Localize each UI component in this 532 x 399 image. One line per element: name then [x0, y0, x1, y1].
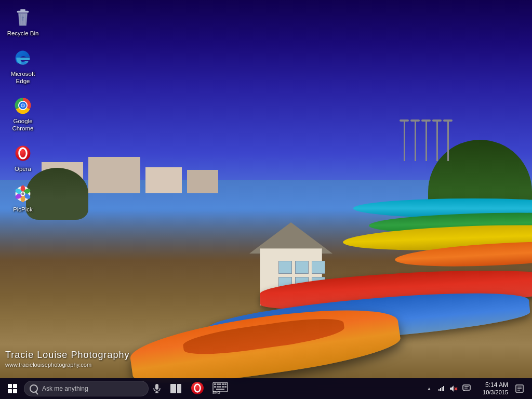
edge-graphic	[12, 48, 33, 69]
clock[interactable]: 5:14 AM 10/3/2015	[475, 381, 511, 396]
opera-icon[interactable]: Opera	[4, 141, 42, 175]
recycle-bin-graphic	[12, 7, 33, 28]
system-tray: ▲	[425, 380, 530, 397]
svg-rect-21	[155, 384, 158, 390]
desktop-icons: Recycle Bin Microsoft Ed	[4, 5, 42, 216]
clock-time: 5:14 AM	[485, 381, 508, 389]
notification-icon	[515, 384, 524, 393]
svg-rect-31	[224, 383, 227, 385]
task-view-button[interactable]	[166, 380, 185, 397]
svg-rect-34	[219, 386, 221, 388]
search-bar[interactable]: Ask me anything	[24, 381, 149, 396]
svg-rect-40	[440, 388, 441, 391]
network-tray-icon[interactable]	[436, 384, 447, 393]
watermark-url: www.tracielouisephotography.com	[5, 362, 129, 368]
svg-rect-36	[224, 386, 227, 388]
picpick-label: PicPick	[13, 206, 33, 214]
svg-point-20	[21, 192, 24, 195]
search-icon	[30, 384, 38, 393]
svg-point-5	[21, 61, 26, 64]
street-lights	[404, 119, 449, 161]
picpick-icon[interactable]: PicPick	[4, 181, 42, 216]
taskbar: Ask me anything	[0, 378, 532, 399]
svg-rect-32	[214, 386, 216, 388]
tray-icons-group	[434, 384, 474, 393]
svg-rect-28	[217, 383, 219, 385]
svg-rect-41	[442, 387, 443, 391]
chrome-graphic	[12, 95, 33, 116]
edge-label: Microsoft Edge	[6, 71, 39, 85]
clock-date: 10/3/2015	[483, 389, 508, 396]
keyboard-icon: ENG	[212, 382, 228, 394]
chrome-label: Google Chrome	[6, 118, 39, 132]
recycle-bin-icon[interactable]: Recycle Bin	[4, 5, 42, 39]
microsoft-edge-icon[interactable]: Microsoft Edge	[4, 46, 42, 87]
kayaks	[94, 213, 532, 379]
svg-rect-45	[463, 385, 470, 390]
recycle-bin-label: Recycle Bin	[7, 30, 39, 37]
svg-point-9	[21, 104, 24, 107]
svg-rect-35	[222, 386, 224, 388]
taskbar-opera-icon	[190, 381, 205, 395]
action-center-icon[interactable]	[461, 384, 472, 393]
svg-rect-30	[222, 383, 224, 385]
show-hidden-icons-button[interactable]: ▲	[425, 381, 433, 396]
opera-label: Opera	[15, 166, 31, 173]
svg-rect-37	[216, 389, 224, 390]
taskbar-opera[interactable]	[186, 378, 209, 399]
svg-text:ENG: ENG	[212, 391, 220, 394]
start-button[interactable]	[2, 378, 23, 399]
volume-tray-icon[interactable]	[449, 385, 459, 392]
task-view-icon	[170, 384, 181, 393]
search-placeholder: Ask me anything	[42, 385, 88, 392]
svg-rect-42	[443, 386, 444, 391]
chevron-up-icon: ▲	[427, 386, 432, 391]
windows-logo	[8, 384, 17, 393]
svg-rect-1	[20, 9, 25, 11]
svg-rect-29	[219, 383, 221, 385]
opera-graphic	[12, 143, 33, 164]
svg-rect-27	[214, 383, 216, 385]
watermark: Tracie Louise Photography www.tracieloui…	[5, 350, 129, 368]
svg-rect-33	[217, 386, 219, 388]
notification-center-button[interactable]	[512, 380, 527, 397]
google-chrome-icon[interactable]: Google Chrome	[4, 93, 42, 135]
picpick-graphic	[12, 183, 33, 204]
svg-rect-39	[438, 389, 440, 391]
desktop: Tracie Louise Photography www.tracieloui…	[0, 0, 532, 399]
cortana-mic-button[interactable]	[149, 380, 165, 397]
mic-icon	[153, 384, 161, 393]
taskbar-keyboard[interactable]: ENG	[209, 378, 232, 399]
watermark-title: Tracie Louise Photography	[5, 350, 129, 361]
